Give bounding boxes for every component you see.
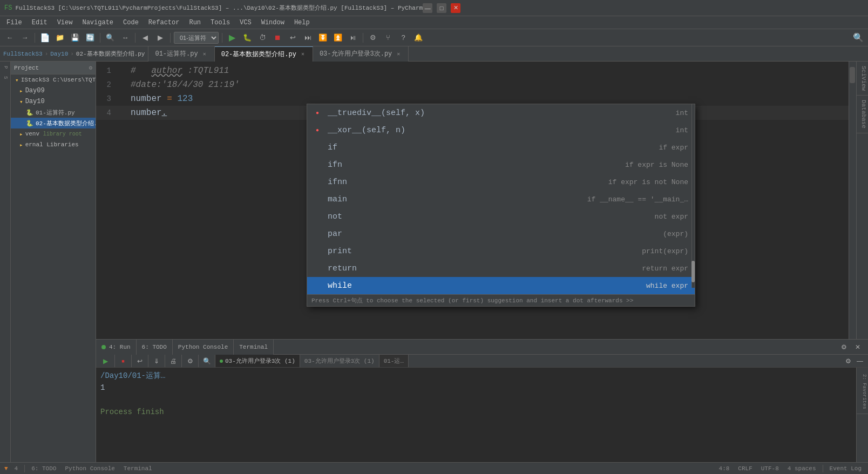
status-position[interactable]: 4:8 [717, 465, 732, 472]
toolbar-save[interactable]: 💾 [69, 31, 82, 44]
run-session-3[interactable]: 01-运… [379, 355, 409, 367]
tab-01-close[interactable]: ✕ [201, 51, 208, 57]
status-line-ending[interactable]: CRLF [736, 465, 754, 472]
menu-edit[interactable]: Edit [28, 18, 52, 28]
ac-item-if[interactable]: if if expr [307, 139, 695, 156]
run-panel-settings[interactable]: ⚙ [842, 355, 854, 367]
search-everywhere-button[interactable]: 🔍 [852, 31, 865, 44]
tree-day09[interactable]: ▸ Day09 [11, 85, 96, 96]
run-session-1[interactable]: 03-允许用户登录3次 (1) [215, 355, 300, 367]
tab-03-close[interactable]: ✕ [395, 51, 402, 57]
maximize-button[interactable]: □ [437, 3, 446, 13]
tab-terminal[interactable]: Terminal [234, 340, 274, 355]
run-play-btn[interactable]: ▶ [99, 355, 111, 367]
status-encoding[interactable]: UTF-8 [759, 465, 781, 472]
run-print-btn[interactable]: 🖨 [167, 355, 179, 367]
settings-button[interactable]: ⚙ [367, 31, 379, 44]
line-code-3[interactable]: number = 123 [128, 94, 856, 104]
ac-item-par[interactable]: par (expr) [307, 225, 695, 242]
run-scroll-btn[interactable]: ⇓ [151, 355, 162, 367]
tab-02-close[interactable]: ✕ [300, 51, 306, 57]
ac-item-print[interactable]: print print(expr) [307, 242, 695, 260]
run-rerun-btn[interactable]: ↩ [134, 355, 146, 367]
tab-03[interactable]: 03-允许用户登录3次.py ✕ [313, 46, 409, 62]
run-stop-btn[interactable]: ■ [117, 355, 129, 367]
panel-close-btn[interactable]: ✕ [852, 341, 864, 353]
toolbar-search[interactable]: 🔍 [104, 31, 117, 44]
run-with-coverage[interactable]: ⏱ [256, 31, 269, 44]
ac-item-truediv[interactable]: ● __truediv__(self, x) int [307, 104, 695, 121]
run-button[interactable]: ▶ [226, 31, 239, 44]
code-editor[interactable]: 1 # author :TQTL911 2 #date:'18/4/30 21:… [96, 62, 856, 339]
menu-vcs[interactable]: VCS [235, 18, 256, 28]
menu-tools[interactable]: Tools [206, 18, 234, 28]
ac-item-return[interactable]: return return expr [307, 260, 695, 277]
side-project-icon[interactable]: P [3, 64, 8, 71]
toolbar-nav-back[interactable]: ◀ [139, 31, 152, 44]
tree-day10[interactable]: ▾ Day10 [11, 96, 96, 107]
resume[interactable]: ⏯ [347, 31, 360, 44]
status-python-console[interactable]: Python Console [63, 465, 117, 472]
tree-ext-libs[interactable]: ▸ ernal Libraries [11, 139, 96, 150]
menu-code[interactable]: Code [119, 18, 143, 28]
tree-file-02[interactable]: 🐍 02-基本数据类型介绍.py [11, 118, 96, 128]
stop-button[interactable]: ⏹ [271, 31, 284, 44]
vtab-favorites[interactable]: 2: Favorites [857, 370, 869, 414]
help-button[interactable]: ? [397, 31, 410, 44]
ac-item-xor[interactable]: ● __xor__(self, n) int [307, 121, 695, 139]
toolbar-nav-fwd[interactable]: ▶ [154, 31, 167, 44]
ac-item-not[interactable]: not not expr [307, 208, 695, 225]
menu-run[interactable]: Run [185, 18, 205, 28]
tree-file-01[interactable]: 🐍 01-运算符.py [11, 107, 96, 118]
breadcrumb-project[interactable]: FullStackS3 [3, 51, 43, 57]
line-code-2[interactable]: #date:'18/4/30 21:19' [128, 80, 856, 90]
close-button[interactable]: ✕ [451, 3, 460, 13]
breadcrumb-file[interactable]: 02-基本数据类型介绍.py [76, 50, 145, 58]
menu-window[interactable]: Window [257, 18, 289, 28]
status-event-log[interactable]: Event Log [828, 465, 864, 472]
status-todo[interactable]: 6: TODO [29, 465, 58, 472]
tab-python-console[interactable]: Python Console [173, 340, 234, 355]
status-problems[interactable]: 4 [12, 465, 21, 472]
tree-root[interactable]: ▾ IStackS3 C:\Users\TQTL9 [11, 75, 96, 85]
status-terminal[interactable]: Terminal [121, 465, 154, 472]
vcs-button[interactable]: ⑂ [382, 31, 395, 44]
step-over[interactable]: ⏭ [301, 31, 314, 44]
line-code-1[interactable]: # author :TQTL911 [128, 66, 856, 76]
notifications-button[interactable]: 🔔 [412, 31, 425, 44]
ac-item-while[interactable]: while while expr [307, 277, 695, 294]
ac-item-main[interactable]: main if __name__ == '__main_… [307, 191, 695, 208]
step-out[interactable]: ⏫ [331, 31, 344, 44]
menu-help[interactable]: Help [290, 18, 314, 28]
panel-settings-btn[interactable]: ⚙ [838, 341, 850, 353]
run-panel-minimize[interactable]: — [854, 355, 866, 367]
tree-venv[interactable]: ▸ venv library root [11, 128, 96, 139]
run-settings-btn2[interactable]: ⚙ [184, 355, 196, 367]
menu-navigate[interactable]: Navigate [78, 18, 118, 28]
breadcrumb-day[interactable]: Day10 [50, 51, 68, 57]
step-into[interactable]: ⏬ [316, 31, 329, 44]
tab-01[interactable]: 01-运算符.py ✕ [148, 46, 214, 62]
status-indent[interactable]: 4 spaces [785, 465, 818, 472]
toolbar-sync[interactable]: 🔄 [84, 31, 97, 44]
menu-file[interactable]: File [2, 18, 26, 28]
ac-item-ifnn[interactable]: ifnn if expr is not None [307, 173, 695, 191]
toolbar-replace[interactable]: ↔ [119, 31, 132, 44]
run-config-dropdown[interactable]: 01-运算符 [174, 32, 219, 44]
tab-run[interactable]: 4: Run [96, 340, 137, 355]
editor-scrollbar[interactable] [849, 62, 856, 339]
menu-view[interactable]: View [53, 18, 77, 28]
toolbar-open[interactable]: 📁 [53, 31, 66, 44]
run-filter-btn[interactable]: 🔍 [201, 355, 213, 367]
vtab-database[interactable]: Database [857, 96, 869, 133]
minimize-button[interactable]: — [423, 3, 432, 13]
debug-button[interactable]: 🐛 [241, 31, 254, 44]
tab-02[interactable]: 02-基本数据类型介绍.py ✕ [215, 46, 313, 62]
toolbar-forward[interactable]: → [18, 31, 31, 44]
tab-todo[interactable]: 6: TODO [137, 340, 173, 355]
menu-refactor[interactable]: Refactor [144, 18, 184, 28]
side-structure-icon[interactable]: S [3, 74, 8, 81]
toolbar-new[interactable]: 📄 [38, 31, 51, 44]
tree-settings-icon[interactable]: ⚙ [89, 64, 92, 71]
vtab-sciview[interactable]: SciView [857, 62, 869, 96]
